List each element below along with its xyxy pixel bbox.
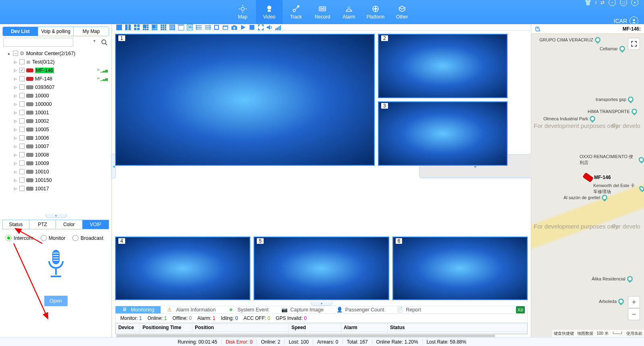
nav-video[interactable]: Video [256, 0, 283, 24]
expand-icon[interactable]: ▷ [13, 161, 18, 165]
checkbox[interactable] [19, 135, 25, 140]
subtab-voip[interactable]: VOIP [83, 220, 109, 229]
tree-vehicle[interactable]: ▷10002 [1, 117, 110, 125]
infotab-capture[interactable]: 📷Capture Image [275, 306, 330, 313]
camera-icon[interactable] [231, 24, 237, 30]
checkbox[interactable] [19, 152, 25, 157]
video-tile-3[interactable]: 3 [378, 101, 508, 166]
monitoring-table[interactable]: Device Positioning Time Position Speed A… [115, 323, 528, 334]
list2-icon[interactable] [204, 24, 211, 30]
tree-vehicle[interactable]: ▷10006 [1, 134, 110, 142]
infotab-report[interactable]: 📄Report [390, 306, 427, 313]
minimize-button[interactable]: − [609, 0, 616, 6]
nav-record[interactable]: Record [309, 0, 336, 24]
subtab-status[interactable]: Status [3, 220, 29, 229]
tree-vehicle[interactable]: ▷10009 [1, 159, 110, 167]
video-tile-2[interactable]: 2 [378, 34, 508, 98]
tree-vehicle[interactable]: ▷100000 [1, 100, 110, 108]
layout-2v-icon[interactable] [125, 24, 131, 30]
checkbox[interactable] [19, 169, 25, 174]
voip-opt-monitor[interactable]: Monitor [41, 235, 66, 241]
tab-voip-polling[interactable]: Voip & polling [38, 27, 74, 36]
expand-icon[interactable]: ▷ [13, 187, 18, 191]
map-canvas[interactable]: GRUPO CIMA VERACRUZCeltamartransportes g… [531, 34, 644, 337]
infotab-passenger[interactable]: 👤Passenger Count [330, 306, 391, 313]
nav-platform[interactable]: Platform [362, 0, 389, 24]
checkbox[interactable] [19, 144, 25, 149]
search-input[interactable] [3, 38, 73, 47]
map-zoom-in-button[interactable]: + [628, 296, 640, 308]
expand-icon[interactable]: ▷ [13, 128, 18, 132]
horizontal-splitter[interactable]: ▾ [0, 213, 111, 219]
layout-36-icon[interactable]: 36 [187, 24, 193, 30]
nav-other[interactable]: Other [389, 0, 415, 24]
voip-opt-intercom[interactable]: Intercom [6, 235, 33, 241]
tree-vehicle[interactable]: ▷10017 [1, 184, 110, 193]
tree-vehicle[interactable]: ▷10010 [1, 167, 110, 176]
tree-vehicle[interactable]: ▷MF-148⁴ᴳ ▁▃▅ [1, 74, 110, 83]
subtab-color[interactable]: Color [56, 220, 83, 229]
tree-vehicle[interactable]: ▷10008 [1, 150, 110, 159]
checkbox[interactable] [19, 186, 25, 191]
video-tile-6[interactable]: 6 [392, 237, 528, 300]
video-tile-5[interactable]: 5 [254, 237, 389, 300]
expand-icon[interactable]: ▷ [13, 85, 18, 89]
fit-icon[interactable] [213, 24, 219, 30]
tab-dev-list[interactable]: Dev List [3, 27, 38, 36]
voip-open-button[interactable]: Open [44, 296, 68, 306]
subtab-ptz[interactable]: PTZ [29, 220, 56, 229]
col-alarm[interactable]: Alarm [341, 323, 388, 332]
search-icon[interactable] [100, 38, 108, 46]
expand-icon[interactable]: ▷ [13, 178, 18, 182]
signal-icon[interactable] [275, 24, 281, 30]
window-icon[interactable] [222, 24, 228, 30]
tree-vehicle[interactable]: ▷0393607 [1, 83, 110, 91]
tree-root[interactable]: ▲ − ⚙ Monitor Center(2/167) [1, 49, 110, 58]
checkbox[interactable]: ✓ [19, 68, 25, 73]
info-icon[interactable]: i [595, 0, 597, 6]
infotab-monitoring[interactable]: 🖥Monitoring [116, 306, 161, 313]
expand-icon[interactable]: ▷ [13, 111, 18, 115]
infotab-alarm[interactable]: ⚠Alarm Information [161, 306, 222, 313]
export-excel-button[interactable]: X≣ [516, 306, 525, 313]
layout-1-icon[interactable] [116, 24, 122, 30]
layout-9-icon[interactable] [160, 24, 166, 30]
col-status[interactable]: Status [388, 323, 527, 332]
tree-vehicle[interactable]: ▷✓MF-146⁴ᴳ ▁▃▅ [1, 66, 110, 74]
expand-icon[interactable]: ▷ [13, 77, 18, 81]
list-icon[interactable] [196, 24, 202, 30]
video-tile-1[interactable]: 1 [115, 34, 375, 166]
close-button[interactable]: × [631, 0, 638, 6]
video-tile-4[interactable]: 4 [115, 237, 250, 300]
expand-icon[interactable]: ▷ [13, 94, 18, 98]
tree-vehicle[interactable]: ▷10007 [1, 142, 110, 150]
checkbox[interactable] [19, 93, 25, 98]
fullscreen-icon[interactable] [258, 24, 264, 30]
stop-icon[interactable] [249, 24, 255, 30]
checkbox[interactable] [19, 118, 25, 124]
tree-vehicle[interactable]: ▷10001 [1, 108, 110, 117]
expand-icon[interactable]: ▷ [13, 170, 18, 174]
nav-map[interactable]: Map [229, 0, 256, 24]
table-hscrollbar[interactable] [115, 334, 528, 335]
play-icon[interactable] [240, 24, 246, 30]
map-fullscreen-button[interactable] [628, 38, 640, 50]
layout-25-icon[interactable] [178, 24, 184, 30]
col-speed[interactable]: Speed [289, 323, 341, 332]
nav-alarm[interactable]: Alarm [336, 0, 362, 24]
tree-vehicle[interactable]: ▷10005 [1, 125, 110, 134]
expand-icon[interactable]: ▷ [13, 119, 18, 123]
sync-icon[interactable]: ⇄ [601, 0, 605, 5]
vehicle-marker[interactable]: MF-146 [584, 175, 611, 180]
expand-icon[interactable]: ▷ [13, 102, 18, 106]
collapse-icon[interactable]: ▲ [6, 51, 11, 56]
layout-4-icon[interactable] [134, 24, 140, 30]
tree-vehicle[interactable]: ▷100150 [1, 176, 110, 184]
checkbox[interactable] [19, 59, 25, 64]
checkbox[interactable] [19, 127, 25, 132]
skin-icon[interactable]: 👕 [584, 0, 591, 6]
checkbox[interactable] [19, 84, 25, 90]
col-position[interactable]: Position [192, 323, 289, 332]
checkbox[interactable] [19, 161, 25, 166]
checkbox[interactable] [19, 76, 25, 81]
